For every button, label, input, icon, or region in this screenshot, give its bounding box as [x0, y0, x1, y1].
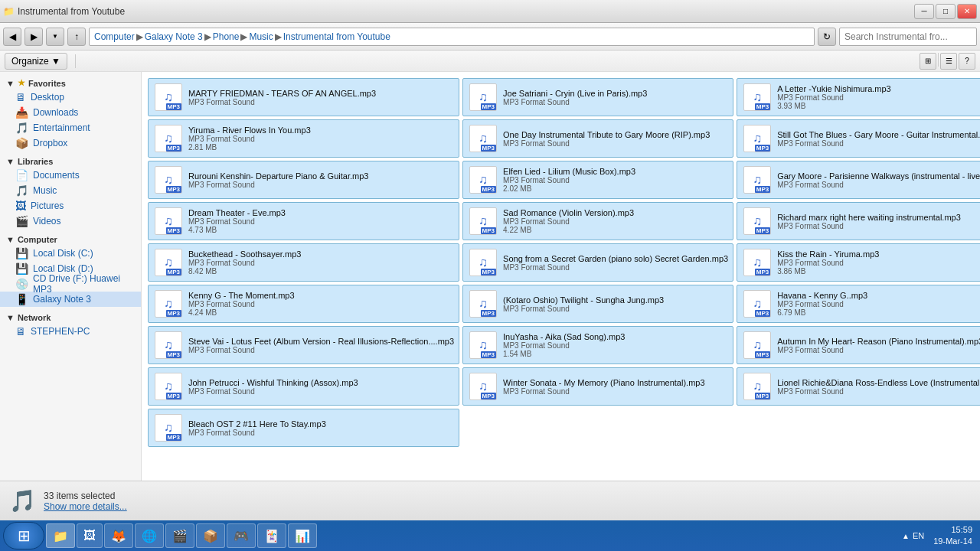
details-view-button[interactable]: ☰ [940, 53, 957, 70]
file-name: Sad Romance (Violin Version).mp3 [503, 208, 728, 217]
sidebar-item-documents[interactable]: 📄 Documents [0, 168, 141, 183]
minimize-button[interactable]: ─ [914, 4, 934, 19]
network-header[interactable]: ▼ Network [0, 310, 141, 324]
file-item[interactable]: ♫ MP3 Richard marx right here waiting in… [737, 202, 980, 240]
file-item[interactable]: ♫ MP3 Elfen Lied - Lilium (Music Box).mp… [462, 161, 733, 199]
file-item[interactable]: ♫ MP3 Still Got The Blues - Gary Moore -… [737, 119, 980, 158]
favorites-header[interactable]: ▼ ★ Favorites [0, 75, 141, 90]
status-details-link[interactable]: Show more details... [44, 501, 127, 512]
taskbar-item-vlc[interactable]: 🎬 [165, 523, 194, 548]
sidebar-item-documents-label: Documents [33, 170, 80, 181]
file-item[interactable]: ♫ MP3 Dream Theater - Eve.mp3 MP3 Format… [148, 202, 459, 240]
mp3-icon: ♫ MP3 [468, 289, 498, 319]
file-item[interactable]: ♫ MP3 Sad Romance (Violin Version).mp3 M… [462, 202, 733, 240]
taskbar-item-explorer[interactable]: 📁 [46, 523, 75, 548]
sidebar-item-music[interactable]: 🎵 Music [0, 183, 141, 198]
file-item[interactable]: ♫ MP3 Gary Moore - Parisienne Walkways (… [737, 161, 980, 199]
sidebar-item-stephenpc[interactable]: 🖥 STEPHEN-PC [0, 324, 141, 339]
recent-locations-button[interactable]: ▼ [46, 28, 64, 46]
mp3-icon: ♫ MP3 [742, 289, 773, 319]
sidebar-item-videos[interactable]: 🎬 Videos [0, 214, 141, 229]
music-note-icon: ♫ [164, 90, 173, 104]
taskbar-item-firefox[interactable]: 🦊 [104, 523, 133, 548]
tray-arrow[interactable]: ▲ [902, 532, 910, 540]
vlc-icon: 🎬 [172, 529, 188, 543]
mp3-icon: ♫ MP3 [153, 330, 184, 360]
up-button[interactable]: ↑ [67, 28, 86, 46]
file-item[interactable]: ♫ MP3 Kiss the Rain - Yiruma.mp3 MP3 For… [737, 243, 980, 282]
sidebar-item-pictures[interactable]: 🖼 Pictures [0, 198, 141, 214]
file-name: Lionel Richie&Diana Ross-Endless Love (I… [777, 378, 980, 387]
sidebar-item-dropbox[interactable]: 📦 Dropbox [0, 135, 141, 151]
file-info: Richard marx right here waiting instrume… [777, 213, 980, 230]
breadcrumb-galaxynote3[interactable]: Galaxy Note 3 [145, 31, 203, 42]
help-button[interactable]: ? [959, 53, 975, 70]
sidebar-item-cddrive[interactable]: 💿 CD Drive (F:) Huawei MP3 [0, 276, 141, 292]
sidebar-item-localc[interactable]: 💾 Local Disk (C:) [0, 246, 141, 261]
file-item[interactable]: ♫ MP3 Autumn In My Heart- Reason (Piano … [737, 326, 980, 364]
file-type: MP3 Format Sound [188, 429, 454, 437]
file-item[interactable]: ♫ MP3 Kenny G - The Moment.mp3 MP3 Forma… [148, 285, 459, 323]
file-item[interactable]: ♫ MP3 Havana - Kenny G..mp3 MP3 Format S… [737, 285, 980, 323]
start-button[interactable]: ⊞ [3, 522, 44, 549]
taskbar-item-app2[interactable]: 📦 [196, 523, 225, 548]
file-name: Still Got The Blues - Gary Moore - Guita… [777, 130, 980, 139]
organize-button[interactable]: Organize ▼ [5, 53, 67, 70]
file-item[interactable]: ♫ MP3 John Petrucci - Wishful Thinking (… [148, 367, 459, 406]
file-info: A Letter -Yukie Nishimura.mp3 MP3 Format… [777, 84, 980, 110]
taskbar-item-excel[interactable]: 📊 [288, 523, 317, 548]
change-view-button[interactable]: ⊞ [920, 53, 936, 70]
file-type: MP3 Format Sound [188, 181, 454, 189]
computer-header[interactable]: ▼ Computer [0, 232, 141, 246]
file-item[interactable]: ♫ MP3 One Day Instrumental Tribute to Ga… [462, 119, 733, 158]
file-item[interactable]: ♫ MP3 Buckethead - Soothsayer.mp3 MP3 Fo… [148, 243, 459, 282]
taskbar-item-app1[interactable]: 🖼 [77, 523, 103, 548]
taskbar-item-app3[interactable]: 🎮 [227, 523, 256, 548]
forward-button[interactable]: ▶ [24, 28, 43, 46]
file-item[interactable]: ♫ MP3 Lionel Richie&Diana Ross-Endless L… [737, 367, 980, 406]
breadcrumb-instrumental[interactable]: Instrumental from Youtube [283, 31, 390, 42]
sidebar-item-downloads[interactable]: 📥 Downloads [0, 105, 141, 120]
sidebar-item-desktop[interactable]: 🖥 Desktop [0, 90, 141, 105]
file-item[interactable]: ♫ MP3 Song from a Secret Garden (piano s… [462, 243, 733, 282]
chrome-icon: 🌐 [142, 529, 157, 543]
taskbar-item-chrome[interactable]: 🌐 [135, 523, 164, 548]
breadcrumb-phone[interactable]: Phone [213, 31, 240, 42]
search-input[interactable] [839, 28, 977, 46]
file-item[interactable]: ♫ MP3 MARTY FRIEDMAN - TEARS OF AN ANGEL… [148, 78, 459, 116]
file-item[interactable]: ♫ MP3 Joe Satriani - Cryin (Live in Pari… [462, 78, 733, 116]
breadcrumb-music[interactable]: Music [249, 31, 273, 42]
file-item[interactable]: ♫ MP3 Yiruma - River Flows In You.mp3 MP… [148, 119, 459, 158]
close-button[interactable]: ✕ [957, 4, 977, 19]
address-path[interactable]: Computer ▶ Galaxy Note 3 ▶ Phone ▶ Music… [89, 28, 815, 46]
file-item[interactable]: ♫ MP3 Steve Vai - Lotus Feet (Album Vers… [148, 326, 459, 364]
music-note-icon: ♫ [753, 214, 762, 228]
music-note-icon: ♫ [753, 338, 762, 352]
file-name: Yiruma - River Flows In You.mp3 [188, 126, 454, 135]
libraries-header[interactable]: ▼ Libraries [0, 154, 141, 168]
sidebar-item-entertainment[interactable]: 🎵 Entertainment [0, 120, 141, 135]
file-item[interactable]: ♫ MP3 InuYasha - Aika (Sad Song).mp3 MP3… [462, 326, 733, 364]
music-note-icon: ♫ [479, 380, 488, 393]
music-note-icon: ♫ [753, 173, 762, 187]
taskbar-item-app4[interactable]: 🃏 [257, 523, 286, 548]
mp3-icon: ♫ MP3 [153, 165, 184, 195]
status-icon: 🎵 [9, 488, 36, 514]
file-info: (Kotaro Oshio) Twilight - Sungha Jung.mp… [503, 295, 728, 313]
file-name: A Letter -Yukie Nishimura.mp3 [777, 84, 980, 93]
sys-tray: ▲ EN [902, 531, 924, 540]
locald-icon: 💾 [15, 262, 28, 275]
file-item[interactable]: ♫ MP3 (Kotaro Oshio) Twilight - Sungha J… [462, 285, 733, 323]
back-button[interactable]: ◀ [3, 28, 21, 46]
maximize-button[interactable]: □ [936, 4, 956, 19]
breadcrumb-computer[interactable]: Computer [94, 31, 135, 42]
file-info: Autumn In My Heart- Reason (Piano Instru… [777, 337, 980, 354]
file-item[interactable]: ♫ MP3 A Letter -Yukie Nishimura.mp3 MP3 … [737, 78, 980, 116]
music-note-icon: ♫ [164, 380, 173, 393]
file-item[interactable]: ♫ MP3 Winter Sonata - My Memory (Piano I… [462, 367, 733, 406]
file-name: Buckethead - Soothsayer.mp3 [188, 249, 454, 259]
file-item[interactable]: ♫ MP3 Bleach OST 2 #11 Here To Stay.mp3 … [148, 409, 459, 447]
file-type: MP3 Format Sound [188, 259, 454, 267]
file-item[interactable]: ♫ MP3 Rurouni Kenshin- Departure Piano &… [148, 161, 459, 199]
refresh-button[interactable]: ↻ [818, 28, 836, 46]
